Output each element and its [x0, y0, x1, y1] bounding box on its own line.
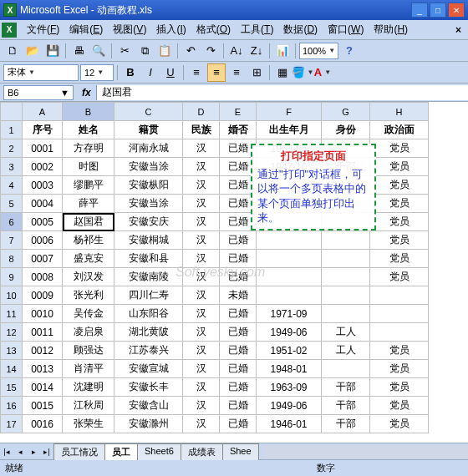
cell[interactable]: 已婚 — [220, 378, 257, 397]
cell[interactable]: 党员 — [370, 195, 429, 213]
row-header-12[interactable]: 12 — [1, 323, 23, 342]
menu-w[interactable]: 窗口(W) — [323, 20, 369, 39]
header-cell[interactable]: 政治面 — [370, 121, 429, 139]
cell[interactable]: 0008 — [23, 268, 63, 286]
cell[interactable]: 工人 — [322, 323, 370, 342]
cell[interactable]: 汉 — [183, 139, 220, 158]
tab-nav-last[interactable]: ▸| — [40, 445, 53, 458]
horizontal-scrollbar[interactable] — [263, 445, 468, 458]
cell[interactable]: 0002 — [23, 158, 63, 176]
menu-e[interactable]: 编辑(E) — [64, 20, 108, 39]
cell[interactable]: 杨祁生 — [63, 231, 114, 250]
paste-button[interactable]: 📋 — [155, 42, 174, 60]
cell[interactable]: 汉 — [183, 305, 220, 323]
help-button[interactable]: ? — [340, 42, 359, 60]
cell[interactable]: 汉 — [183, 195, 220, 213]
cell[interactable]: 安徽安庆 — [114, 213, 183, 231]
cell[interactable]: 时图 — [63, 158, 114, 176]
copy-button[interactable]: ⧉ — [135, 42, 154, 60]
sheet-tab[interactable]: 成绩表 — [181, 443, 223, 460]
cell[interactable] — [322, 250, 370, 268]
workbook-close-button[interactable]: × — [450, 24, 466, 36]
cell[interactable]: 汉 — [183, 158, 220, 176]
cell[interactable]: 党员 — [370, 231, 429, 250]
row-header-1[interactable]: 1 — [1, 121, 23, 139]
row-header-11[interactable]: 11 — [1, 305, 23, 323]
cell[interactable]: 0001 — [23, 139, 63, 158]
cell[interactable]: 安徽宣城 — [114, 360, 183, 378]
cell[interactable]: 江秋周 — [63, 397, 114, 415]
cell[interactable]: 0014 — [23, 378, 63, 397]
cell[interactable]: 0007 — [23, 250, 63, 268]
cell[interactable]: 党员 — [370, 158, 429, 176]
font-color-button[interactable]: A▼ — [313, 63, 332, 82]
cell[interactable]: 党员 — [370, 415, 429, 433]
cell[interactable]: 0012 — [23, 342, 63, 360]
print-button[interactable]: 🖶 — [69, 42, 88, 60]
row-header-13[interactable]: 13 — [1, 342, 23, 360]
cell[interactable]: 干部 — [322, 397, 370, 415]
cell[interactable]: 0011 — [23, 323, 63, 342]
preview-button[interactable]: 🔍 — [89, 42, 108, 60]
formula-input[interactable]: 赵国君 — [96, 85, 468, 100]
cell[interactable] — [322, 305, 370, 323]
row-header-17[interactable]: 17 — [1, 415, 23, 433]
cell[interactable]: 汉 — [183, 250, 220, 268]
row-header-6[interactable]: 6 — [1, 213, 23, 231]
cell[interactable]: 已婚 — [220, 360, 257, 378]
header-cell[interactable]: 姓名 — [63, 121, 114, 139]
cell[interactable]: 汉 — [183, 415, 220, 433]
cell[interactable]: 0005 — [23, 213, 63, 231]
cell[interactable]: 已婚 — [220, 415, 257, 433]
sort-asc-button[interactable]: A↓ — [227, 42, 246, 60]
cell[interactable] — [257, 268, 322, 286]
cell[interactable]: 肖清平 — [63, 360, 114, 378]
cell[interactable]: 0009 — [23, 286, 63, 305]
cell[interactable]: 1971-09 — [257, 305, 322, 323]
tab-nav-next[interactable]: ▸ — [27, 445, 40, 458]
cell[interactable]: 0003 — [23, 176, 63, 195]
tab-nav-first[interactable]: |◂ — [0, 445, 13, 458]
cell[interactable]: 汉 — [183, 397, 220, 415]
chart-button[interactable]: 📊 — [273, 42, 292, 60]
row-header-15[interactable]: 15 — [1, 378, 23, 397]
cell[interactable]: 山东阳谷 — [114, 305, 183, 323]
cell[interactable] — [370, 323, 429, 342]
cell[interactable]: 党员 — [370, 268, 429, 286]
header-cell[interactable]: 出生年月 — [257, 121, 322, 139]
row-header-10[interactable]: 10 — [1, 286, 23, 305]
select-all-cell[interactable] — [1, 103, 23, 121]
cell[interactable] — [322, 360, 370, 378]
cell[interactable]: 党员 — [370, 360, 429, 378]
row-header-9[interactable]: 9 — [1, 268, 23, 286]
menu-v[interactable]: 视图(V) — [108, 20, 151, 39]
sheet-tab[interactable]: Sheet6 — [137, 443, 181, 460]
cell[interactable]: 张光利 — [63, 286, 114, 305]
save-button[interactable]: 💾 — [43, 42, 62, 60]
undo-button[interactable]: ↶ — [181, 42, 200, 60]
header-cell[interactable]: 序号 — [23, 121, 63, 139]
fill-color-button[interactable]: 🪣▼ — [293, 63, 312, 82]
menu-i[interactable]: 插入(I) — [151, 20, 191, 39]
header-cell[interactable]: 民族 — [183, 121, 220, 139]
cell[interactable]: 安徽含山 — [114, 397, 183, 415]
cell[interactable]: 四川仁寿 — [114, 286, 183, 305]
cell[interactable] — [257, 231, 322, 250]
cell[interactable]: 1949-06 — [257, 323, 322, 342]
cell[interactable]: 干部 — [322, 378, 370, 397]
row-header-4[interactable]: 4 — [1, 176, 23, 195]
cell[interactable]: 安徽当涂 — [114, 158, 183, 176]
cell[interactable]: 1946-01 — [257, 415, 322, 433]
align-right-button[interactable]: ≡ — [227, 63, 246, 82]
row-header-5[interactable]: 5 — [1, 195, 23, 213]
cell[interactable]: 已婚 — [220, 342, 257, 360]
cell-grid[interactable]: ABCDEFGH1序号姓名籍贯民族婚否出生年月身份政治面20001方存明河南永城… — [0, 102, 468, 433]
header-cell[interactable]: 身份 — [322, 121, 370, 139]
sheet-tab[interactable]: 员工情况 — [53, 443, 105, 460]
cell[interactable]: 0013 — [23, 360, 63, 378]
fx-button[interactable]: fx — [77, 87, 96, 99]
col-header-B[interactable]: B — [63, 103, 114, 121]
cell[interactable]: 安徽南陵 — [114, 268, 183, 286]
cell[interactable]: 党员 — [370, 342, 429, 360]
sort-desc-button[interactable]: Z↓ — [247, 42, 266, 60]
